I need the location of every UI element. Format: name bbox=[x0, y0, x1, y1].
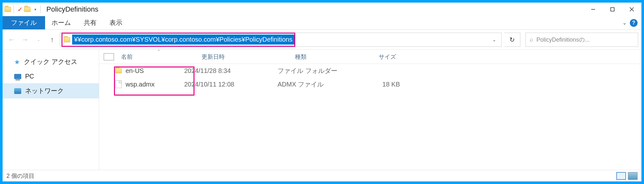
address-bar[interactable]: ¥¥corp.contoso.com¥SYSVOL¥corp.contoso.c… bbox=[60, 33, 502, 47]
minimize-button[interactable] bbox=[583, 3, 603, 16]
select-all-checkbox[interactable] bbox=[104, 53, 114, 60]
quick-access-toolbar: ✓ ▾ bbox=[5, 5, 43, 13]
forward-button[interactable]: → bbox=[19, 33, 31, 46]
file-size: 18 KB bbox=[361, 81, 410, 88]
file-rows: en-US 2024/11/28 8:34 ファイル フォルダー wsp.adm… bbox=[99, 64, 641, 91]
address-highlight: ¥¥corp.contoso.com¥SYSVOL¥corp.contoso.c… bbox=[62, 33, 295, 47]
star-icon: ★ bbox=[14, 58, 20, 66]
item-count: 2 個の項目 bbox=[6, 172, 34, 180]
help-icon[interactable]: ? bbox=[630, 19, 638, 27]
column-headers: ⌃ 名前 更新日時 種類 サイズ bbox=[99, 50, 641, 64]
status-bar: 2 個の項目 bbox=[3, 170, 641, 181]
column-type[interactable]: 種類 bbox=[292, 53, 376, 61]
refresh-button[interactable]: ↻ bbox=[504, 33, 520, 47]
file-type: ADMX ファイル bbox=[278, 80, 361, 89]
file-list-pane: ⌃ 名前 更新日時 種類 サイズ en-US 2024/11/28 8:34 フ… bbox=[99, 50, 641, 170]
search-input[interactable]: ⌕ PolicyDefinitionsの... bbox=[526, 33, 638, 47]
ribbon-collapse-icon[interactable]: ⌄ bbox=[622, 20, 627, 26]
up-button[interactable]: ↑ bbox=[46, 33, 58, 46]
view-mode-buttons bbox=[616, 172, 638, 180]
body: ★ クイック アクセス PC ネットワーク ⌃ 名前 更新日時 種類 bbox=[3, 50, 641, 170]
separator bbox=[40, 5, 41, 13]
tab-share[interactable]: 共有 bbox=[77, 16, 103, 29]
search-icon: ⌕ bbox=[530, 36, 533, 43]
window-controls bbox=[583, 3, 641, 16]
tab-file[interactable]: ファイル bbox=[3, 16, 45, 29]
qat-dropdown-icon[interactable]: ▾ bbox=[31, 7, 38, 12]
file-date: 2024/10/11 12:08 bbox=[184, 81, 278, 88]
svg-rect-1 bbox=[611, 8, 614, 11]
file-type: ファイル フォルダー bbox=[278, 66, 361, 75]
sidebar-item-label: PC bbox=[25, 73, 34, 80]
window-title: PolicyDefinitions bbox=[46, 5, 98, 14]
sidebar-item-quick-access[interactable]: ★ クイック アクセス bbox=[3, 54, 99, 69]
filename-highlight: en-US wsp.admx bbox=[114, 66, 194, 96]
sidebar-item-network[interactable]: ネットワーク bbox=[3, 83, 99, 98]
sort-indicator-icon: ⌃ bbox=[157, 50, 160, 54]
address-dropdown-icon[interactable]: ⌄ bbox=[487, 37, 501, 42]
folder-icon[interactable] bbox=[24, 7, 31, 12]
network-icon bbox=[14, 88, 21, 94]
properties-icon[interactable]: ✓ bbox=[16, 6, 24, 13]
navigation-pane: ★ クイック アクセス PC ネットワーク bbox=[3, 50, 99, 170]
thumbnails-view-button[interactable] bbox=[628, 172, 638, 180]
address-path[interactable]: ¥¥corp.contoso.com¥SYSVOL¥corp.contoso.c… bbox=[72, 35, 294, 45]
search-placeholder: PolicyDefinitionsの... bbox=[536, 36, 590, 44]
maximize-button[interactable] bbox=[603, 3, 622, 16]
ribbon-tabs: ファイル ホーム 共有 表示 ⌄ ? bbox=[3, 16, 641, 30]
column-name[interactable]: ⌃ 名前 bbox=[118, 53, 199, 61]
column-label: 名前 bbox=[121, 54, 133, 60]
details-view-button[interactable] bbox=[616, 172, 626, 180]
sidebar-item-label: ネットワーク bbox=[25, 87, 64, 95]
file-date: 2024/11/28 8:34 bbox=[184, 67, 278, 75]
nav-toolbar: ← → ⌄ ↑ ¥¥corp.contoso.com¥SYSVOL¥corp.c… bbox=[3, 30, 641, 50]
titlebar: ✓ ▾ PolicyDefinitions bbox=[3, 3, 641, 16]
back-button[interactable]: ← bbox=[6, 33, 17, 46]
column-date[interactable]: 更新日時 bbox=[199, 53, 292, 61]
folder-icon bbox=[5, 7, 11, 12]
close-button[interactable] bbox=[622, 3, 641, 16]
recent-dropdown-icon[interactable]: ⌄ bbox=[33, 33, 44, 46]
column-size[interactable]: サイズ bbox=[376, 53, 424, 61]
sidebar-item-pc[interactable]: PC bbox=[3, 69, 99, 83]
explorer-window: ✓ ▾ PolicyDefinitions ファイル ホーム 共有 表示 ⌄ ?… bbox=[3, 3, 641, 181]
tab-home[interactable]: ホーム bbox=[45, 16, 77, 29]
folder-icon bbox=[64, 37, 70, 42]
separator bbox=[14, 5, 14, 13]
pc-icon bbox=[14, 74, 21, 79]
sidebar-item-label: クイック アクセス bbox=[24, 57, 77, 66]
tab-view[interactable]: 表示 bbox=[103, 16, 129, 29]
